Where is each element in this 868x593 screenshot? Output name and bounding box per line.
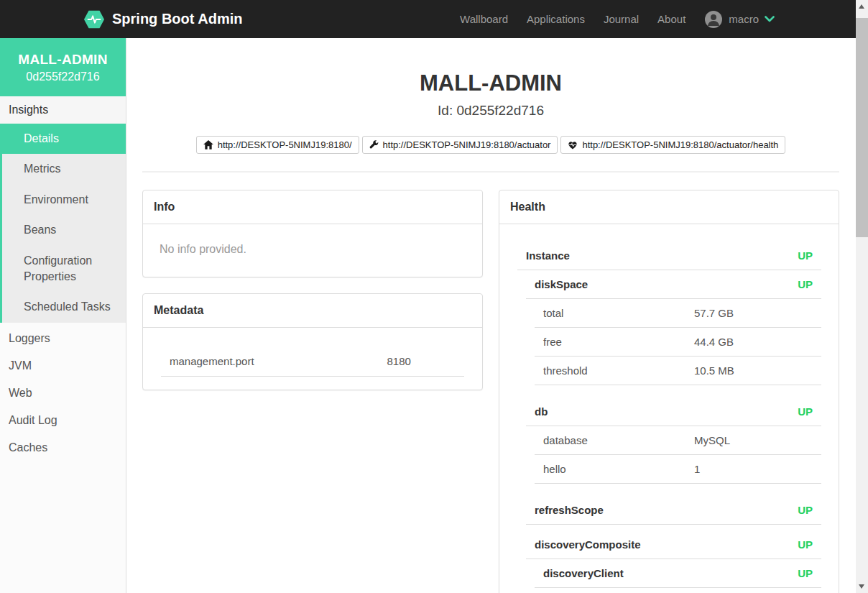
brand-title: Spring Boot Admin [112,11,242,27]
spring-boot-admin-logo-icon [83,9,105,30]
nav-applications[interactable]: Applications [527,13,585,25]
status-badge: UP [798,249,813,262]
health-row-instance: Instance UP [517,242,821,270]
sidebar-item-beans[interactable]: Beans [2,215,126,245]
page-title: MALL-ADMIN [142,70,839,96]
health-kv-database: database MySQL [535,426,821,455]
scrollbar-down-arrow-icon[interactable] [859,584,864,589]
sidebar-app-header[interactable]: MALL-ADMIN 0d255f22d716 [0,38,126,96]
sidebar-item-environment[interactable]: Environment [2,185,126,215]
health-panel-title: Health [499,190,839,224]
health-row-discoverycomposite: discoveryComposite UP [526,530,821,559]
user-name: macro [729,13,759,25]
metadata-row: management.port 8180 [161,346,464,377]
health-url-link[interactable]: http://DESKTOP-5NIMJ19:8180/actuator/hea… [560,136,785,154]
health-kv-threshold: threshold 10.5 MB [535,357,821,385]
scrollbar-up-arrow-icon[interactable] [859,4,864,9]
status-badge: UP [798,278,813,290]
sidebar-item-loggers[interactable]: Loggers [0,325,126,352]
user-menu[interactable]: macro [704,10,775,29]
status-badge: UP [798,504,813,516]
sidebar-item-scheduled-tasks[interactable]: Scheduled Tasks [2,292,126,322]
health-row-db: db UP [526,397,821,426]
chevron-down-icon [765,16,775,22]
divider [142,171,839,173]
sidebar-app-name: MALL-ADMIN [3,52,123,68]
metadata-panel-title: Metadata [143,294,482,328]
metadata-key: management.port [170,355,387,367]
scrollbar-thumb[interactable] [856,18,868,237]
status-badge: UP [798,405,813,418]
health-kv-total: total 57.7 GB [535,299,821,328]
brand[interactable]: Spring Boot Admin [83,9,242,30]
info-empty-text: No info provided. [143,224,482,277]
health-row-discoveryclient: discoveryClient UP [535,559,821,588]
nav-journal[interactable]: Journal [604,13,639,25]
sidebar-root-items: Loggers JVM Web Audit Log Caches [0,325,126,461]
page-id: Id: 0d255f22d716 [142,103,839,119]
info-panel-title: Info [143,190,482,224]
health-row-refreshscope: refreshScope UP [526,496,821,525]
sidebar-item-metrics[interactable]: Metrics [2,154,126,184]
metadata-panel: Metadata management.port 8180 [142,293,483,390]
wrench-icon [369,140,379,150]
nav-wallboard[interactable]: Wallboard [460,13,508,25]
status-badge: UP [798,567,813,579]
health-row-diskspace: diskSpace UP [526,270,821,299]
heartbeat-icon [568,140,578,150]
sidebar-item-jvm[interactable]: JVM [0,352,126,380]
navbar-menu: Wallboard Applications Journal About mac… [460,10,775,29]
service-url-link[interactable]: http://DESKTOP-5NIMJ19:8180/ [196,136,359,154]
sidebar-group-insights[interactable]: Insights [0,96,126,124]
sidebar-item-web[interactable]: Web [0,380,126,407]
health-kv-free: free 44.4 GB [535,328,821,357]
sidebar-item-details[interactable]: Details [2,124,126,154]
sidebar-item-audit-log[interactable]: Audit Log [0,407,126,434]
top-navbar: Spring Boot Admin Wallboard Applications… [0,0,868,38]
home-icon [203,140,213,150]
sidebar-insights-subnav: Details Metrics Environment Beans Config… [0,124,126,323]
sidebar-item-caches[interactable]: Caches [0,434,126,461]
main-content: MALL-ADMIN Id: 0d255f22d716 http://DESKT… [126,38,868,593]
sidebar-app-id: 0d255f22d716 [3,70,123,83]
info-panel: Info No info provided. [142,190,483,277]
sidebar-item-configuration-properties[interactable]: Configuration Properties [2,246,126,293]
health-kv-hello: hello 1 [535,455,821,484]
health-panel: Health Instance UP diskSpace UP [499,190,839,593]
status-badge: UP [798,538,813,551]
nav-about[interactable]: About [657,13,685,25]
management-url-link[interactable]: http://DESKTOP-5NIMJ19:8180/actuator [362,136,558,154]
sidebar: MALL-ADMIN 0d255f22d716 Insights Details… [0,38,126,593]
vertical-scrollbar[interactable] [856,0,868,593]
instance-url-tags: http://DESKTOP-5NIMJ19:8180/ http://DESK… [142,136,839,154]
user-avatar-icon [704,10,723,29]
metadata-value: 8180 [387,355,456,367]
